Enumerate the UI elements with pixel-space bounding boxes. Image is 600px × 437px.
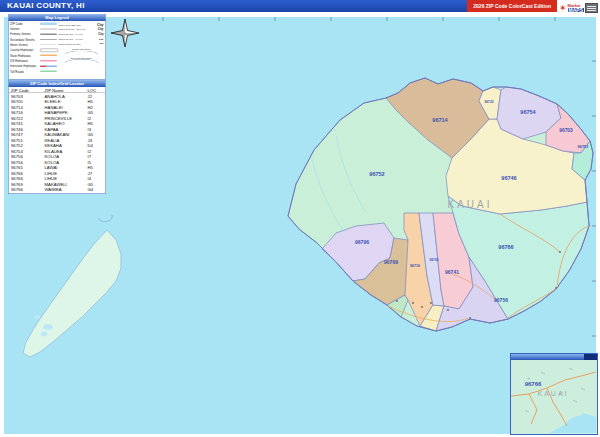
cell-zip-code: 96766 xyxy=(9,176,45,181)
cell-loc: I3 xyxy=(88,126,103,131)
cell-zip-code: 96714 xyxy=(9,104,45,109)
edition-label: 2026 ZIP Code ColorCast Edition xyxy=(473,3,551,9)
legend-city-label: Cities 10,000 - 49,999 xyxy=(59,37,83,40)
legend-city-label: Cities 100,000 - 249,999 xyxy=(59,28,86,31)
cell-loc: I5 xyxy=(88,159,103,164)
inset-plus-mark: + xyxy=(527,375,530,381)
legend-city-list: Cities Over 250,000CityCities 100,000 - … xyxy=(59,22,105,63)
table-row: 96705ELEELEH5 xyxy=(9,99,106,105)
cell-zip-code: 96741 xyxy=(9,121,45,126)
table-row: 96769MAKAWELIG5 xyxy=(9,181,106,187)
table-row: 96796WAIMEAG4 xyxy=(9,187,106,193)
zip-label-96796: 96796 xyxy=(355,239,369,245)
legend-item-label: Primary Streets xyxy=(10,33,39,36)
table-row: 96752KEKAHAD4 xyxy=(9,143,106,149)
legend-item-swatch xyxy=(40,55,57,57)
cell-zip-code: 96746 xyxy=(9,126,45,131)
cell-zip-code: 96765 xyxy=(9,165,45,170)
cell-loc: I4 xyxy=(88,176,103,181)
legend-item-swatch xyxy=(40,48,58,52)
cell-loc: J7 xyxy=(88,170,103,175)
legend-item-swatch xyxy=(40,65,57,67)
cell-zip-name: KEALIA xyxy=(45,137,88,142)
zip-label-96769: 96769 xyxy=(384,259,398,265)
zip-label-96754: 96754 xyxy=(520,109,536,115)
cell-zip-name: PRINCEVILLE xyxy=(45,115,88,120)
cell-zip-code: 96705 xyxy=(9,99,45,104)
zip-label-96752: 96752 xyxy=(369,171,384,177)
legend-boundary-label: County Boundary xyxy=(59,47,105,50)
cell-loc: G5 xyxy=(88,181,103,186)
cell-zip-code: 96756 xyxy=(9,159,45,164)
cell-loc: J3 xyxy=(88,137,103,142)
cell-zip-name: KILAUEA xyxy=(45,148,88,153)
legend-boundary-label: ZIP Code Boundary xyxy=(59,56,105,59)
cell-zip-code: 96751 xyxy=(9,137,45,142)
table-row: 96703ANAHOLAJ2 xyxy=(9,93,106,99)
cell-zip-name: MAKAWELI xyxy=(45,181,88,186)
col-zip-name: ZIP Name xyxy=(45,87,88,92)
zip-label-96766: 96766 xyxy=(498,244,513,250)
legend-item-label: US Highways xyxy=(10,59,39,62)
zip-label-96714: 96714 xyxy=(432,117,448,123)
cell-zip-name: LAWAI xyxy=(45,165,88,170)
cell-zip-code: 96756 xyxy=(9,154,45,159)
zip-label-96703: 96703 xyxy=(559,128,573,133)
table-row: 96756KOLOAI7 xyxy=(9,154,106,160)
zip-label-96756: 96756 xyxy=(494,297,508,303)
legend-item-label: Toll Roads xyxy=(10,70,39,73)
cell-zip-name: KEKAHA xyxy=(45,143,88,148)
zip-index-panel: ZIP Code Index/Grid Locator ZIP Code ZIP… xyxy=(8,80,106,194)
legend-item-swatch xyxy=(40,22,57,25)
legend-item-label: State Highways xyxy=(10,54,39,57)
inset-title-segment xyxy=(584,354,597,360)
county-name-label: KAUAI xyxy=(447,199,492,210)
cell-zip-code: 96747 xyxy=(9,132,45,137)
legend-city-item: Cities Under 10,000City xyxy=(59,41,105,46)
table-row: 96741KALAHEOH5 xyxy=(9,121,106,127)
legend-item-swatch xyxy=(40,71,57,73)
legend-item-label: Minor Streets xyxy=(10,43,39,46)
table-row: 96716HANAPEPEG5 xyxy=(9,110,106,116)
legend-item-label: ZIP Code xyxy=(10,22,39,25)
inset-map-svg: 96766 KAUAI + xyxy=(511,360,596,433)
zip-index-body: 96703ANAHOLAJ296705ELEELEH596714HANALEIH… xyxy=(9,93,106,192)
legend-boundary-arc xyxy=(65,50,98,54)
cell-zip-code: 96722 xyxy=(9,115,45,120)
cell-zip-code: 96769 xyxy=(9,181,45,186)
zip-label-96751: 96751 xyxy=(577,144,589,149)
legend-item-swatch xyxy=(40,29,57,30)
inset-zip-label: 96766 xyxy=(525,381,542,387)
zip-label-96722: 96722 xyxy=(485,100,494,104)
legend-city-label: Cities Under 10,000 xyxy=(59,42,81,45)
cell-loc: H5 xyxy=(88,121,103,126)
legend-city-label: Cities Over 250,000 xyxy=(59,23,81,26)
legend-item-swatch xyxy=(40,60,57,62)
cell-loc: I2 xyxy=(88,115,103,120)
cell-zip-name: ANAHOLA xyxy=(45,93,88,98)
cell-zip-name: LIHUE xyxy=(45,170,88,175)
cell-loc: G4 xyxy=(88,187,103,192)
legend-item-swatch xyxy=(40,44,57,45)
table-row: 96714HANALEIH2 xyxy=(9,104,106,110)
logo-star-icon: ✶ xyxy=(559,4,567,13)
legend-boundary-arc xyxy=(65,59,98,63)
table-row: 96765LAWAIH5 xyxy=(9,165,106,171)
cell-zip-name: LIHUE xyxy=(45,176,88,181)
zip-label-96716: 96716 xyxy=(410,264,420,268)
cell-zip-code: 96796 xyxy=(9,187,45,192)
cell-loc: J2 xyxy=(88,93,103,98)
legend-city-label: Cities 50,000 - 99,999 xyxy=(59,32,83,35)
cell-zip-name: ELEELE xyxy=(45,99,88,104)
legend-city-sample: City xyxy=(99,42,104,45)
publisher-logo: ✶ Market MAPS xyxy=(557,0,600,16)
cell-zip-name: KAUMAKANI xyxy=(45,132,88,137)
cell-loc: I2 xyxy=(88,148,103,153)
legend-item: Toll Roads xyxy=(9,69,106,74)
zip-label-96741: 96741 xyxy=(445,269,459,275)
legend-panel: Map Legend ZIP CodeStreetsPrimary Street… xyxy=(8,14,106,80)
cell-loc: H2 xyxy=(88,104,103,109)
table-row: 96751KEALIAJ3 xyxy=(9,137,106,143)
table-row: 96766LIHUEJ7 xyxy=(9,170,106,176)
legend-city-sample: City xyxy=(99,37,105,40)
